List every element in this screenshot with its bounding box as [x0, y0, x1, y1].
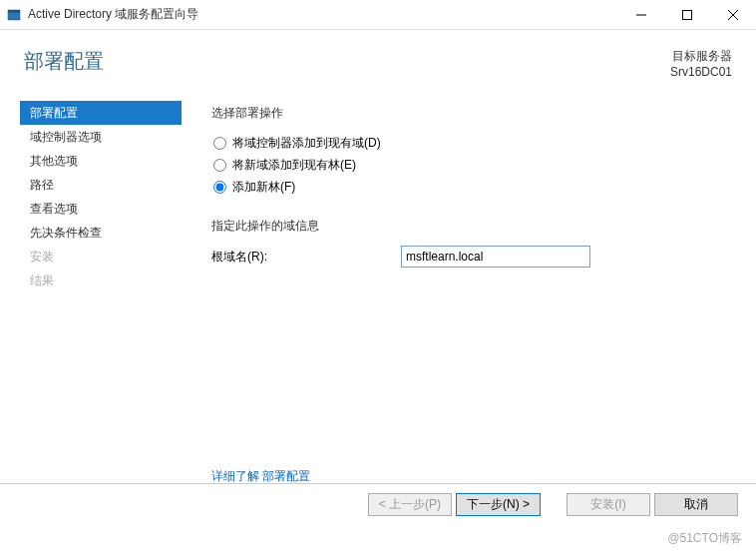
maximize-button[interactable]: [664, 0, 710, 29]
sidebar-item-label: 先决条件检查: [30, 225, 102, 242]
sidebar-item-deployment-config[interactable]: 部署配置: [20, 101, 182, 125]
close-button[interactable]: [710, 0, 756, 29]
deploy-operation-radio-group: 将域控制器添加到现有域(D) 将新域添加到现有林(E) 添加新林(F): [213, 132, 726, 198]
radio-add-new-forest[interactable]: 添加新林(F): [213, 176, 726, 198]
target-server-box: 目标服务器 Srv16DC01: [670, 48, 732, 79]
sidebar-item-label: 路径: [30, 177, 54, 194]
sidebar-item-review[interactable]: 查看选项: [20, 197, 182, 221]
sidebar-item-label: 域控制器选项: [30, 129, 102, 146]
watermark: @51CTO博客: [667, 530, 742, 547]
sidebar-item-results: 结果: [20, 269, 182, 292]
svg-rect-3: [683, 10, 692, 19]
sidebar-item-label: 部署配置: [30, 105, 78, 122]
radio-add-dc-existing-domain[interactable]: 将域控制器添加到现有域(D): [213, 132, 726, 154]
svg-rect-1: [8, 10, 20, 13]
page-title: 部署配置: [24, 48, 104, 79]
radio-label: 添加新林(F): [232, 179, 295, 196]
prev-button: < 上一步(P): [368, 493, 452, 516]
sidebar-item-label: 安装: [30, 249, 54, 266]
radio-label: 将新域添加到现有林(E): [232, 157, 356, 174]
install-button: 安装(I): [567, 493, 650, 516]
sidebar: 部署配置 域控制器选项 其他选项 路径 查看选项 先决条件检查 安装 结果: [0, 91, 182, 490]
target-label: 目标服务器: [670, 48, 732, 65]
radio-label: 将域控制器添加到现有域(D): [232, 135, 381, 152]
body: 部署配置 域控制器选项 其他选项 路径 查看选项 先决条件检查 安装 结果 选择…: [0, 91, 756, 490]
select-operation-label: 选择部署操作: [211, 105, 726, 122]
sidebar-item-dc-options[interactable]: 域控制器选项: [20, 125, 182, 149]
domain-info-label: 指定此操作的域信息: [211, 218, 726, 235]
sidebar-item-label: 查看选项: [30, 201, 78, 218]
target-server: Srv16DC01: [670, 65, 732, 79]
radio-input[interactable]: [213, 159, 226, 172]
sidebar-item-install: 安装: [20, 245, 182, 269]
learn-more-text: 详细了解: [211, 469, 262, 483]
learn-more-topic: 部署配置: [262, 469, 310, 483]
window-title: Active Directory 域服务配置向导: [28, 6, 618, 23]
sidebar-item-label: 其他选项: [30, 153, 78, 170]
window-controls: [618, 0, 756, 29]
sidebar-item-other-options[interactable]: 其他选项: [20, 149, 182, 173]
radio-add-domain-existing-forest[interactable]: 将新域添加到现有林(E): [213, 154, 726, 176]
cancel-button[interactable]: 取消: [654, 493, 738, 516]
radio-input[interactable]: [213, 181, 226, 194]
app-icon: [6, 7, 22, 23]
sidebar-item-label: 结果: [30, 273, 54, 289]
minimize-button[interactable]: [618, 0, 664, 29]
main-content: 选择部署操作 将域控制器添加到现有域(D) 将新域添加到现有林(E) 添加新林(…: [182, 91, 756, 490]
root-domain-label: 根域名(R):: [211, 249, 401, 266]
root-domain-input[interactable]: [401, 246, 590, 268]
next-button[interactable]: 下一步(N) >: [456, 493, 541, 516]
titlebar: Active Directory 域服务配置向导: [0, 0, 756, 30]
footer: < 上一步(P) 下一步(N) > 安装(I) 取消: [0, 483, 756, 525]
radio-input[interactable]: [213, 137, 226, 150]
header: 部署配置 目标服务器 Srv16DC01: [0, 30, 756, 91]
sidebar-item-paths[interactable]: 路径: [20, 173, 182, 197]
sidebar-item-prereq-check[interactable]: 先决条件检查: [20, 221, 182, 245]
root-domain-row: 根域名(R):: [211, 245, 726, 269]
